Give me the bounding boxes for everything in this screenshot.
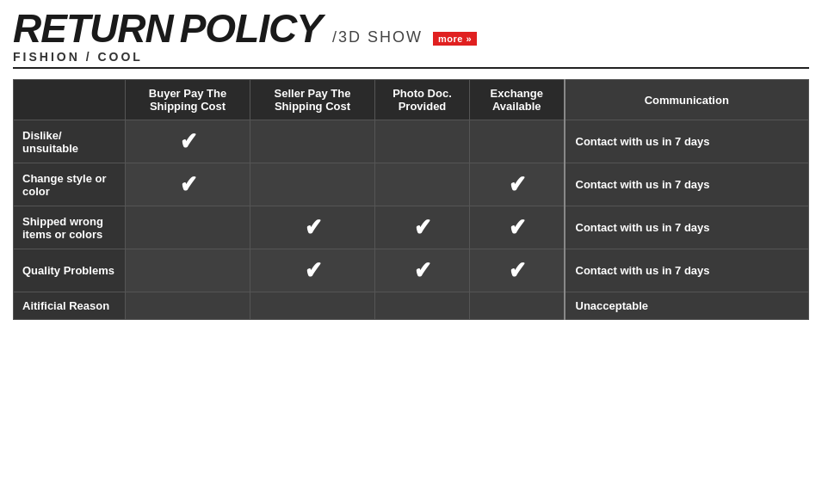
subtitle-3d: /3D SHOW bbox=[332, 28, 423, 46]
row-label: Quality Problems bbox=[14, 249, 126, 292]
title-return: RETURN bbox=[13, 9, 173, 48]
checkmark-icon: ✔ bbox=[508, 256, 525, 285]
cell-seller bbox=[250, 292, 375, 320]
cell-communication: Contact with us in 7 days bbox=[565, 163, 809, 206]
checkmark-icon: ✔ bbox=[508, 170, 525, 199]
title-policy: POLICY bbox=[180, 9, 322, 48]
table-row: Aitificial ReasonUnacceptable bbox=[14, 292, 809, 320]
col-header-buyer: Buyer Pay TheShipping Cost bbox=[126, 80, 250, 120]
cell-buyer: ✔ bbox=[126, 163, 250, 206]
cell-seller: ✔ bbox=[250, 249, 375, 292]
table-header-row: Buyer Pay TheShipping Cost Seller Pay Th… bbox=[14, 80, 809, 120]
table-row: Quality Problems✔✔✔Contact with us in 7 … bbox=[14, 249, 809, 292]
row-label: Shipped wrong items or colors bbox=[14, 206, 126, 249]
cell-seller bbox=[250, 120, 375, 163]
cell-communication: Contact with us in 7 days bbox=[565, 120, 809, 163]
tagline: FISHION / COOL bbox=[13, 50, 809, 69]
checkmark-icon: ✔ bbox=[414, 256, 431, 285]
cell-buyer bbox=[126, 249, 250, 292]
cell-photo: ✔ bbox=[375, 206, 470, 249]
cell-photo bbox=[375, 163, 470, 206]
more-button[interactable]: more » bbox=[433, 32, 477, 46]
table-row: Shipped wrong items or colors✔✔✔Contact … bbox=[14, 206, 809, 249]
row-label: Dislike/ unsuitable bbox=[14, 120, 126, 163]
cell-exchange bbox=[470, 120, 565, 163]
checkmark-icon: ✔ bbox=[508, 213, 525, 242]
cell-exchange: ✔ bbox=[470, 206, 565, 249]
cell-buyer: ✔ bbox=[126, 120, 250, 163]
cell-photo bbox=[375, 120, 470, 163]
checkmark-icon: ✔ bbox=[414, 213, 431, 242]
header: RETURN POLICY /3D SHOW more » bbox=[13, 9, 809, 48]
col-header-comm: Communication bbox=[565, 80, 809, 120]
cell-buyer bbox=[126, 206, 250, 249]
col-header-exchange: ExchangeAvailable bbox=[470, 80, 565, 120]
row-label: Aitificial Reason bbox=[14, 292, 126, 320]
table-row: Change style or color✔✔Contact with us i… bbox=[14, 163, 809, 206]
cell-seller bbox=[250, 163, 375, 206]
cell-communication: Unacceptable bbox=[565, 292, 809, 320]
policy-table: Buyer Pay TheShipping Cost Seller Pay Th… bbox=[13, 79, 809, 320]
col-header-seller: Seller Pay TheShipping Cost bbox=[250, 80, 375, 120]
cell-exchange: ✔ bbox=[470, 163, 565, 206]
checkmark-icon: ✔ bbox=[304, 256, 321, 285]
cell-buyer bbox=[126, 292, 250, 320]
cell-photo bbox=[375, 292, 470, 320]
checkmark-icon: ✔ bbox=[304, 213, 321, 242]
cell-communication: Contact with us in 7 days bbox=[565, 249, 809, 292]
checkmark-icon: ✔ bbox=[179, 127, 196, 156]
cell-exchange: ✔ bbox=[470, 249, 565, 292]
cell-seller: ✔ bbox=[250, 206, 375, 249]
col-header-photo: Photo Doc.Provided bbox=[375, 80, 470, 120]
table-row: Dislike/ unsuitable✔Contact with us in 7… bbox=[14, 120, 809, 163]
cell-exchange bbox=[470, 292, 565, 320]
row-label: Change style or color bbox=[14, 163, 126, 206]
cell-photo: ✔ bbox=[375, 249, 470, 292]
page-container: RETURN POLICY /3D SHOW more » FISHION / … bbox=[0, 0, 822, 504]
col-header-label bbox=[14, 80, 126, 120]
table-body: Dislike/ unsuitable✔Contact with us in 7… bbox=[14, 120, 809, 320]
checkmark-icon: ✔ bbox=[179, 170, 196, 199]
cell-communication: Contact with us in 7 days bbox=[565, 206, 809, 249]
